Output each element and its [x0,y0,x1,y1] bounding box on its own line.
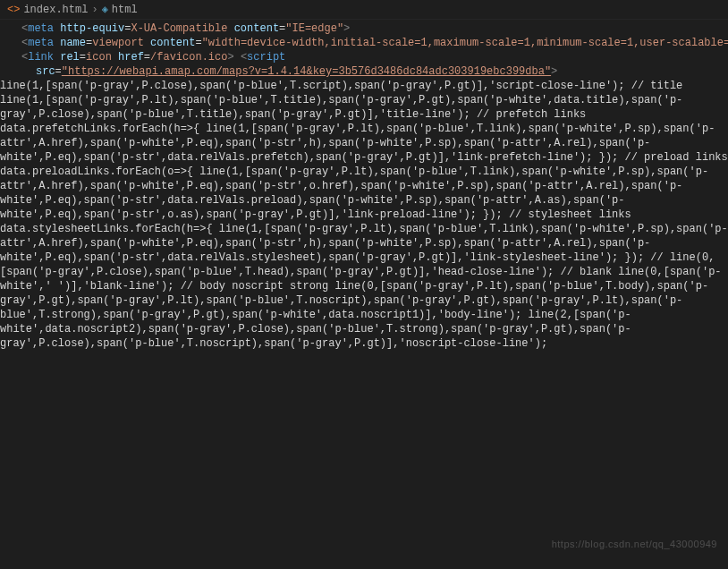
breadcrumb-separator: › [91,3,97,17]
link-icon-line[interactable]: <link rel=icon href=/favicon.ico> <scrip… [7,50,728,64]
breadcrumb[interactable]: <> index.html › ◈ html [0,0,728,20]
code-editor[interactable]: <meta http-equiv=X-UA-Compatible content… [0,20,728,79]
html-file-icon: <> [7,3,20,17]
breadcrumb-node[interactable]: html [112,3,138,17]
script-src-line[interactable]: src="https://webapi.amap.com/maps?v=1.4.… [7,64,728,79]
meta-line[interactable]: <meta name=viewport content="width=devic… [7,36,728,50]
breadcrumb-file[interactable]: index.html [23,3,88,17]
html-node-icon: ◈ [102,3,108,17]
meta-line[interactable]: <meta http-equiv=X-UA-Compatible content… [7,21,728,36]
watermark: https://blog.csdn.net/qq_43000949 [552,537,717,551]
